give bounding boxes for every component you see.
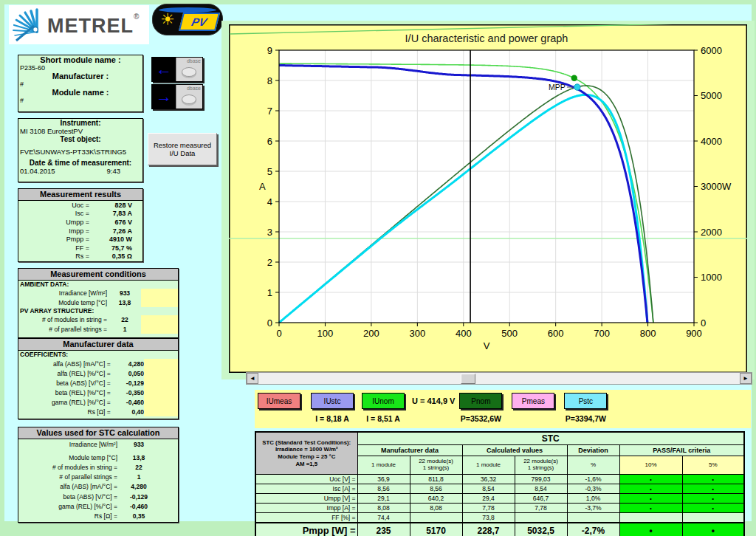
- coefficient-input-cell[interactable]: [144, 368, 178, 378]
- stc-value-value: 13,8: [122, 454, 156, 461]
- coefficient-label: beta (REL) [%/°C] =: [18, 389, 114, 396]
- legend-button-iunom[interactable]: IUnom: [362, 393, 405, 409]
- dbase-prev-button[interactable]: ← dbase: [151, 57, 203, 82]
- cursor-scrollbar[interactable]: ◄ ►: [246, 372, 752, 385]
- legend-column: IUstcI = 8,18 A: [311, 390, 354, 423]
- coefficient-input-cell[interactable]: [144, 407, 178, 416]
- left-tick-label: 2: [267, 257, 272, 268]
- dbase-button-face: dbase: [176, 58, 202, 81]
- stc-cell-value: 5170: [410, 523, 462, 536]
- manufacturer-rows: alfa (ABS) [mA/°C] =4,280alfa (REL) [%/°…: [18, 359, 178, 416]
- condition-label: # of modules in string =: [18, 316, 111, 323]
- database-disc-icon: [182, 95, 196, 104]
- stc-value-value: 933: [122, 441, 156, 448]
- stc-value-label: gama (REL) [%/°C] =: [18, 503, 122, 510]
- stc-value-value: -0,129: [122, 493, 156, 501]
- pass-fail-cell-pass: •: [682, 494, 744, 504]
- date-value: 01.04.2015: [20, 167, 55, 175]
- instrument-label: Instrument:: [18, 119, 142, 127]
- condition-label: # of parallel strings =: [18, 326, 111, 333]
- stc-cell-value: 36,9: [357, 475, 410, 484]
- stc-value-label: # of modules in string =: [18, 464, 122, 471]
- iu-power-chart[interactable]: MPP01234567890100020003000W4000500060000…: [229, 24, 747, 373]
- manufacturer-label: Manufacturer :: [18, 72, 142, 80]
- coefficient-value: 4,280: [114, 360, 144, 368]
- stc-value-label: beta (ABS) [V/°C] =: [18, 493, 122, 501]
- condition-value: 22: [111, 316, 138, 323]
- legend-button-pnom[interactable]: Pnom: [459, 393, 502, 409]
- coefficient-input-cell[interactable]: [144, 359, 178, 368]
- short-module-name-value[interactable]: P235-60: [18, 64, 142, 72]
- stc-cell-value: 29,4: [462, 494, 515, 504]
- right-tick-label: 3000W: [701, 181, 732, 192]
- left-tick-label: 3: [267, 227, 272, 238]
- legend-value: I = 8,18 A: [315, 414, 348, 423]
- chart-panel: MPP01234567890100020003000W4000500060000…: [221, 21, 755, 379]
- legend-button-iustc[interactable]: IUstc: [311, 393, 354, 409]
- scrollbar-thumb[interactable]: [461, 374, 475, 384]
- coefficients-header: COEFFICIENTS:: [18, 351, 178, 359]
- test-object-value: FVE\SUNWAYS-PT33K\STRING5: [18, 148, 142, 156]
- result-row: Uoc =828 V: [18, 201, 142, 210]
- coefficient-row: beta (REL) [%/°C] =-0,350: [18, 388, 178, 397]
- right-arrow-icon: →: [152, 85, 176, 109]
- legend-column: IUmeas: [258, 390, 300, 414]
- condition-input-cell[interactable]: [141, 325, 178, 334]
- dbase-next-button[interactable]: → dbase: [151, 84, 203, 109]
- manufacturer-value[interactable]: #: [18, 80, 142, 88]
- x-tick-label: 800: [640, 328, 656, 339]
- stc-value-row: # of parallel strings =1: [18, 473, 178, 482]
- scrollbar-left-arrow[interactable]: ◄: [247, 373, 258, 384]
- result-value: 4910 W: [95, 236, 132, 243]
- structure-rows: # of modules in string =22# of parallel …: [18, 315, 178, 334]
- x-tick-label: 400: [456, 328, 472, 339]
- left-arrow-icon: ←: [152, 58, 176, 81]
- result-value: 676 V: [95, 219, 132, 226]
- result-label: FF =: [18, 244, 95, 252]
- legend-column: PnomP=3532,6W: [459, 390, 502, 423]
- condition-input-cell[interactable]: [141, 289, 178, 298]
- coefficient-input-cell[interactable]: [144, 388, 178, 397]
- stc-column-header: 10%: [619, 456, 682, 475]
- x-tick-label: 700: [594, 328, 610, 339]
- stc-column-header: %: [567, 456, 619, 475]
- metrel-logo: METREL®: [9, 5, 149, 44]
- coefficient-input-cell[interactable]: [144, 397, 178, 407]
- legend-button-pstc[interactable]: Pstc: [564, 393, 607, 409]
- stc-cell-value: 8,08: [410, 504, 462, 513]
- stc-cell-value: 8,56: [357, 484, 410, 494]
- pass-fail-cell-pass: •: [619, 475, 682, 484]
- condition-input-cell[interactable]: [141, 298, 178, 308]
- x-tick-label: 0: [276, 328, 281, 339]
- result-row: Pmpp =4910 W: [18, 235, 142, 244]
- condition-row: Module temp [°C]13,8: [18, 298, 178, 308]
- coefficient-label: alfa (ABS) [mA/°C] =: [18, 360, 114, 368]
- pass-fail-cell-empty: [682, 513, 744, 523]
- legend-button-iumeas[interactable]: IUmeas: [258, 393, 300, 409]
- module-name-value[interactable]: #: [18, 97, 142, 104]
- mpp-marker-stc: [574, 84, 580, 90]
- measurement-results-panel: Measurement results Uoc =828 VIsc =7,83 …: [18, 188, 143, 262]
- stc-table-title: STC: [357, 432, 744, 445]
- coefficient-row: alfa (REL) [%/°C] =0,050: [18, 368, 178, 378]
- coefficient-value: -0,460: [114, 399, 144, 406]
- stc-cell-value: 811,8: [410, 475, 462, 484]
- stc-value-value: -0,460: [122, 503, 156, 510]
- coefficient-input-cell[interactable]: [144, 378, 178, 388]
- left-tick-label: 1: [267, 287, 272, 298]
- stc-group-header: Manufacturer data: [357, 445, 462, 456]
- restore-measured-iu-data-button[interactable]: Restore measured I/U Data: [148, 133, 217, 165]
- legend-button-pmeas[interactable]: Pmeas: [512, 393, 554, 409]
- stc-cell-value: 646,7: [515, 494, 567, 504]
- coefficient-label: Rs [Ω] =: [18, 408, 114, 416]
- result-label: Uoc =: [18, 202, 95, 209]
- x-tick-label: 500: [501, 328, 518, 339]
- right-tick-label: 2000: [701, 227, 722, 238]
- legend-column: PstcP=3394,7W: [564, 390, 607, 423]
- condition-input-cell[interactable]: [141, 315, 178, 325]
- x-tick-label: 300: [409, 328, 425, 339]
- left-tick-label: 9: [267, 45, 272, 56]
- coefficient-row: Rs [Ω] =0,40: [18, 407, 178, 416]
- x-tick-label: 100: [317, 328, 334, 339]
- scrollbar-right-arrow[interactable]: ►: [740, 373, 752, 384]
